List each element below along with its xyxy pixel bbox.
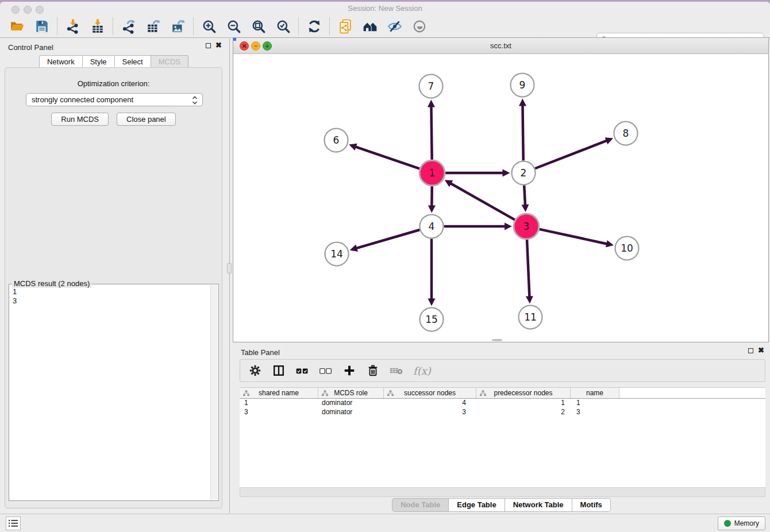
window-title: Session: New Session (0, 4, 770, 13)
unchecked-boxes-icon (319, 364, 333, 377)
show-column-panel-button[interactable] (272, 364, 286, 377)
table-cell[interactable]: 3 (240, 408, 318, 417)
table-cell[interactable]: 3 (571, 408, 619, 417)
application-window: Session: New Session Control Panel (0, 2, 770, 532)
table-panel-close-icon[interactable]: ✖ (758, 348, 764, 353)
status-bar: Memory (0, 514, 770, 532)
add-column-button[interactable] (342, 364, 356, 377)
graph-node-label-3: 3 (523, 221, 530, 232)
function-builder-button[interactable]: f(x) (413, 364, 431, 377)
graph-edge-arrowhead (606, 240, 614, 248)
table-hscrollbar[interactable] (240, 487, 765, 497)
table-cell[interactable]: 1 (571, 399, 619, 408)
hide-selected-button[interactable] (382, 16, 407, 37)
export-table-icon (146, 19, 161, 34)
table-cell[interactable]: dominator (318, 408, 384, 417)
toolbar-separator (298, 17, 299, 35)
graph-edge-2-9[interactable] (522, 105, 523, 160)
network-canvas[interactable]: 1234678910111415 (233, 54, 768, 342)
graph-edge-3-10[interactable] (539, 229, 607, 244)
close-panel-button[interactable]: Close panel (117, 113, 176, 126)
export-table-button[interactable] (141, 16, 165, 37)
checked-boxes-icon (295, 364, 309, 377)
result-scrollbar[interactable] (210, 285, 218, 500)
table-cell[interactable]: 2 (476, 408, 571, 417)
table-tab-motifs[interactable]: Motifs (572, 498, 611, 512)
table-cell[interactable]: 1 (476, 399, 571, 408)
table-settings-button[interactable] (248, 364, 262, 377)
mcds-result-list: 13 (13, 287, 209, 498)
delete-columns-button[interactable] (366, 364, 380, 377)
column-header-predecessor-nodes[interactable]: predecessor nodes (476, 388, 571, 398)
table-header-row: shared nameMCDS rolesuccessor nodesprede… (240, 387, 765, 399)
show-all-button[interactable] (407, 16, 432, 37)
zoom-selected-button[interactable] (271, 16, 295, 37)
unselect-all-columns-button[interactable] (319, 364, 333, 377)
zoom-fit-button[interactable] (246, 16, 271, 37)
graph-node-label-7: 7 (428, 80, 434, 92)
network-view-titlebar[interactable]: ✕ − + scc.txt (233, 38, 768, 54)
graph-edge-4-14[interactable] (356, 230, 419, 248)
list-icon (8, 519, 18, 528)
import-table-button[interactable] (85, 16, 110, 37)
toolbar-separator (113, 17, 113, 35)
graph-node-label-15: 15 (425, 314, 438, 325)
column-header-shared-name[interactable]: shared name (240, 388, 318, 398)
gear-icon (249, 364, 261, 377)
table-panel-float-icon[interactable] (748, 348, 753, 353)
control-panel-close-icon[interactable]: ✖ (215, 43, 222, 48)
table-cell[interactable]: 4 (384, 399, 476, 408)
panel-divider-handle[interactable] (227, 263, 232, 273)
graph-edge-3-1[interactable] (450, 183, 515, 220)
open-session-button[interactable] (5, 16, 29, 37)
zoom-out-button[interactable] (221, 16, 246, 37)
zoom-in-button[interactable] (197, 16, 221, 37)
network-view-title: scc.txt (233, 41, 768, 50)
table-row[interactable]: 3dominator323 (240, 408, 765, 417)
toolbar-separator (329, 17, 330, 35)
dropdown-stepper-icon (191, 95, 198, 105)
graph-node-label-1: 1 (429, 167, 436, 179)
graph-edge-arrowhead (503, 169, 510, 177)
table-tab-edge-table[interactable]: Edge Table (449, 498, 505, 512)
column-header-MCDS-role[interactable]: MCDS role (318, 388, 384, 398)
export-image-icon (171, 19, 186, 34)
graph-edge-arrowhead (505, 223, 512, 230)
task-history-button[interactable] (6, 516, 21, 530)
memory-button[interactable]: Memory (718, 516, 765, 530)
select-all-columns-button[interactable] (295, 364, 309, 377)
save-session-button[interactable] (29, 16, 54, 37)
column-header-successor-nodes[interactable]: successor nodes (384, 388, 476, 398)
network-view-window: ✕ − + scc.txt 1234678910111415 (233, 37, 769, 342)
table-tab-network-table[interactable]: Network Table (505, 498, 572, 512)
graph-edge-1-6[interactable] (355, 147, 420, 168)
open-folder-icon (10, 19, 25, 34)
export-image-button[interactable] (165, 16, 190, 37)
table-cell[interactable]: 3 (384, 408, 476, 417)
graph-edge-arrowhead (428, 299, 436, 306)
run-mcds-button[interactable]: Run MCDS (51, 113, 109, 126)
table-row[interactable]: 1dominator411 (240, 399, 765, 408)
plus-icon (343, 364, 356, 377)
network-graph: 1234678910111415 (233, 54, 768, 342)
node-table: shared nameMCDS rolesuccessor nodesprede… (240, 387, 765, 487)
new-network-from-selection-button[interactable] (333, 16, 357, 37)
table-tab-node-table[interactable]: Node Table (392, 498, 449, 512)
graph-edge-2-8[interactable] (535, 140, 607, 168)
control-panel-float-icon[interactable] (206, 43, 211, 48)
graph-edge-3-11[interactable] (527, 240, 529, 298)
table-cell[interactable]: dominator (318, 399, 384, 408)
table-cell[interactable]: 1 (240, 399, 318, 408)
delete-table-button[interactable] (390, 364, 403, 377)
graph-edge-2-3[interactable] (524, 185, 525, 206)
import-network-icon (66, 19, 80, 34)
graph-edge-1-7[interactable] (431, 106, 432, 160)
refresh-view-button[interactable] (302, 16, 326, 37)
export-network-button[interactable] (116, 16, 141, 37)
graph-hscrollbar[interactable] (492, 339, 502, 341)
graph-edge-arrowhead (350, 245, 358, 252)
column-header-name[interactable]: name (571, 388, 619, 398)
first-neighbors-button[interactable] (357, 16, 382, 37)
import-network-button[interactable] (60, 16, 85, 37)
criterion-dropdown[interactable]: strongly connected component (26, 93, 203, 106)
